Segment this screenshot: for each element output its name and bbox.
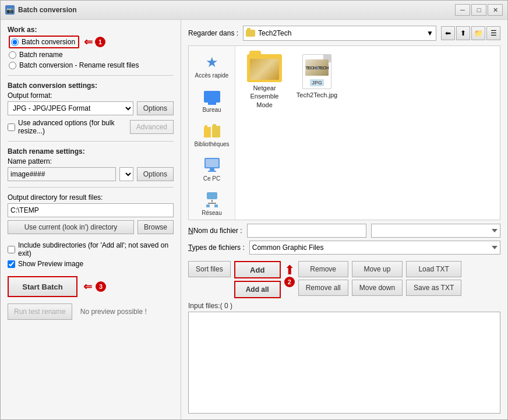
input-files-list[interactable] [188,312,500,414]
step2-badge: 2 [284,277,295,287]
file-tech2tech-name: Tech2Tech.jpg [297,91,337,99]
batch-rename-result-radio[interactable] [9,62,16,69]
sort-files-col: Sort files [188,261,231,277]
nav-buttons: ⬅ ⬆ 📁 ☰ [441,26,500,40]
reseau-label: Réseau [202,210,221,217]
remove-buttons-col: Remove Remove all [298,261,348,296]
sidebar-item-reseau[interactable]: Réseau [189,188,235,220]
move-up-button[interactable]: Move up [352,261,403,277]
name-pattern-row: Options [8,167,174,181]
output-dir-section: Output directory for result files: Use c… [8,193,174,234]
output-dir-label: Output directory for result files: [8,193,174,202]
bureau-label: Bureau [202,107,221,114]
browse-button[interactable]: Browse [137,220,174,234]
file-name-dropdown[interactable] [371,224,500,238]
sidebar-item-bureau[interactable]: Bureau [189,85,235,117]
left-panel: Work as: Batch conversion ⇐ 1 Batch rena… [1,20,181,419]
batch-rename-result-label[interactable]: Batch conversion - Rename result files [19,61,139,69]
step2-arrow-wrapper: ⬆ 2 [284,264,295,287]
current-folder-text: Tech2Tech [258,29,291,37]
batch-conversion-radio[interactable] [11,38,19,46]
file-listing-area: Netgear Ensemble Mode TECH2TECH JPG Tech… [235,46,500,220]
batch-rename-radio[interactable] [9,51,16,59]
right-panel: Regarder dans : Tech2Tech ▼ ⬅ ⬆ 📁 ☰ [181,20,507,419]
acces-rapide-label: Accès rapide [195,72,229,79]
file-name-input[interactable] [247,224,367,238]
ce-pc-icon [203,157,221,174]
add-all-button[interactable]: Add all [234,281,281,298]
jpg-preview: TECH2TECH [305,59,329,76]
rename-options-button[interactable]: Options [137,167,174,181]
name-pattern-input[interactable] [8,167,116,181]
batch-conversion-radio-wrapper: Batch conversion [9,36,79,48]
output-dir-input[interactable] [8,203,174,217]
save-as-txt-button[interactable]: Save as TXT [406,280,461,296]
options-button[interactable]: Options [137,101,174,115]
start-batch-area: Start Batch ⇐ 3 [8,276,174,297]
batch-rename-option[interactable]: Batch rename [9,51,174,59]
maximize-button[interactable]: □ [471,4,486,16]
start-batch-button[interactable]: Start Batch [8,276,77,297]
rename-settings-label: Batch rename settings: [8,147,174,156]
add-button[interactable]: Add [234,261,281,278]
sidebar-item-bibliotheques[interactable]: Bibliothèques [189,119,235,151]
use-current-dir-button[interactable]: Use current (look in') directory [8,220,134,234]
nav-new-folder-button[interactable]: 📁 [471,26,485,40]
step1-badge: 1 [95,37,105,47]
nav-forward-button[interactable]: ⬆ [456,26,470,40]
batch-rename-result-option[interactable]: Batch conversion - Rename result files [9,61,174,69]
app-icon: 📷 [5,5,15,15]
advanced-checkbox[interactable] [8,123,15,131]
folder-combo[interactable]: Tech2Tech ▼ [243,26,436,41]
include-subdirs-checkbox[interactable] [8,246,15,253]
nom-label: NNom du fichier : [188,227,242,235]
file-item-netgear[interactable]: Netgear Ensemble Mode [241,52,288,111]
remove-all-button[interactable]: Remove all [298,280,348,296]
output-dir-buttons: Use current (look in') directory Browse [8,220,174,234]
move-down-button[interactable]: Move down [352,280,403,296]
acces-rapide-icon: ★ [203,54,221,70]
jpg-ext-label: JPG [310,79,324,86]
browser-main: ★ Accès rapide Bureau [188,45,500,220]
work-as-section: Work as: Batch conversion ⇐ 1 Batch rena… [8,26,174,69]
show-preview-checkbox[interactable] [8,260,15,268]
bibliotheques-icon [203,123,221,139]
step3-arrow: ⇐ [83,280,92,293]
advanced-checkbox-label[interactable]: Use advanced options (for bulk resize...… [18,119,127,135]
add-buttons-col: Add Add all [234,261,281,298]
load-txt-button[interactable]: Load TXT [406,261,461,277]
remove-button[interactable]: Remove [298,261,348,277]
file-browser-sidebar: ★ Accès rapide Bureau [189,46,235,220]
minimize-button[interactable]: ─ [455,4,470,16]
close-button[interactable]: ✕ [488,4,503,16]
action-bar: Sort files Add Add all ⬆ 2 Remove Remove… [188,261,500,298]
bibliotheques-label: Bibliothèques [194,141,229,148]
batch-rename-label[interactable]: Batch rename [19,51,63,59]
folder-icon [246,30,255,37]
sidebar-item-acces-rapide[interactable]: ★ Accès rapide [189,51,235,83]
file-item-tech2tech[interactable]: TECH2TECH JPG Tech2Tech.jpg [294,52,340,111]
file-types-select[interactable]: Common Graphic Files [249,241,500,255]
nav-back-button[interactable]: ⬅ [441,26,455,40]
include-subdirs-label[interactable]: Include subdirectories (for 'Add all'; n… [18,241,174,257]
output-format-select[interactable]: JPG - JPG/JPEG Format [8,101,133,115]
advanced-checkbox-row: Use advanced options (for bulk resize...… [8,119,174,135]
show-preview-label[interactable]: Show Preview image [18,260,83,268]
no-preview-text: No preview possible ! [80,308,147,316]
work-as-label: Work as: [8,26,174,34]
nav-view-button[interactable]: ☰ [486,26,500,40]
run-test-rename-button[interactable]: Run test rename [8,303,72,320]
step1-arrow: ⇐ [84,36,93,48]
format-row: JPG - JPG/JPEG Format Options [8,101,174,115]
sort-files-button[interactable]: Sort files [188,261,231,277]
regarder-label: Regarder dans : [188,29,238,37]
batch-conversion-label[interactable]: Batch conversion [22,38,75,46]
txt-buttons-col: Load TXT Save as TXT [406,261,461,296]
move-buttons-col: Move up Move down [352,261,403,296]
file-browser-top: Regarder dans : Tech2Tech ▼ ⬅ ⬆ 📁 ☰ [188,26,500,41]
sidebar-item-ce-pc[interactable]: Ce PC [189,154,235,186]
rename-settings-section: Batch rename settings: Name pattern: Opt… [8,147,174,181]
advanced-button[interactable]: Advanced [130,120,174,134]
window-title: Batch conversion [18,6,77,14]
name-pattern-dropdown[interactable] [119,167,133,181]
